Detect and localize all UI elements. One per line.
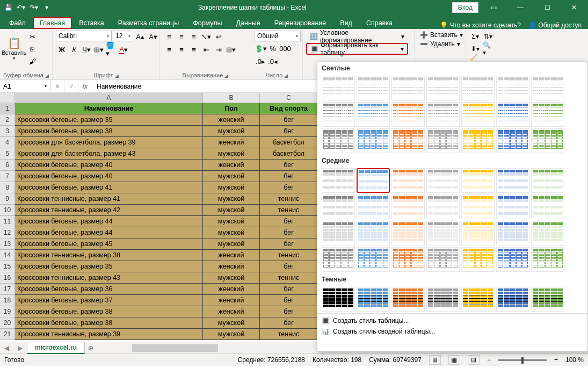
header-name[interactable]: Наименование (15, 103, 203, 114)
align-top-icon[interactable]: ≡ (163, 31, 175, 42)
table-style-swatch[interactable] (391, 102, 425, 127)
cell[interactable]: бег (260, 295, 318, 306)
row-header[interactable]: 7 (0, 171, 15, 182)
cell[interactable]: Кроссовки беговые, размер 35 (15, 261, 203, 272)
row-header[interactable]: 4 (0, 137, 15, 148)
table-style-swatch[interactable] (496, 287, 529, 312)
cell[interactable]: Кроссовки беговые, размер 41 (15, 182, 203, 193)
table-style-swatch[interactable] (391, 194, 425, 219)
cell[interactable]: бег (260, 261, 318, 272)
insert-cells-button[interactable]: ➕Вставить ▾ (418, 31, 465, 39)
row-header[interactable]: 15 (0, 261, 15, 272)
align-left-icon[interactable]: ≡ (163, 44, 175, 55)
cell[interactable]: теннис (260, 205, 318, 216)
cell[interactable]: мужской (203, 193, 260, 205)
header-sport[interactable]: Вид спорта (260, 103, 318, 114)
enter-formula-icon[interactable]: ✓ (64, 80, 78, 92)
minimize-icon[interactable]: — (509, 0, 532, 15)
undo-icon[interactable]: ↶▾ (15, 2, 27, 13)
col-header-b[interactable]: B (203, 93, 260, 103)
table-style-swatch[interactable] (531, 221, 564, 245)
table-style-swatch[interactable] (426, 168, 460, 193)
cell[interactable]: женский (203, 306, 260, 317)
tab-review[interactable]: Рецензирование (267, 17, 333, 29)
cell[interactable]: Кроссовки теннисные, размер 43 (15, 272, 203, 284)
table-style-swatch[interactable] (357, 128, 390, 153)
cell[interactable]: мужской (203, 272, 260, 284)
paste-button[interactable]: 📋Вставить▾ (3, 31, 25, 66)
sort-filter-icon[interactable]: ⇅▾ (482, 31, 494, 42)
select-all-corner[interactable] (0, 93, 15, 103)
table-style-swatch[interactable] (531, 102, 564, 127)
increase-font-icon[interactable]: A▴ (134, 31, 146, 42)
underline-icon[interactable]: Ч▾ (81, 44, 92, 55)
table-style-swatch[interactable] (531, 168, 564, 193)
cell[interactable]: Кроссовки теннисные, размер 39 (15, 329, 203, 340)
cell[interactable]: Кроссовки беговые, размер 38 (15, 317, 203, 329)
cell[interactable]: Кроссовки беговые, размер 44 (15, 216, 203, 227)
conditional-formatting-button[interactable]: 🔢Условное форматирование ▾ (306, 31, 408, 42)
cell[interactable]: женский (203, 114, 260, 126)
format-as-table-button[interactable]: 🔳Форматировать как таблицу ▾ (306, 43, 408, 55)
cell[interactable]: теннис (260, 329, 318, 340)
table-style-swatch[interactable] (357, 76, 390, 100)
table-style-swatch[interactable] (461, 221, 495, 245)
fill-color-icon[interactable]: 🪣▾ (105, 44, 117, 55)
ribbon-options-icon[interactable]: ▭ (482, 0, 505, 15)
cell[interactable]: бег (260, 317, 318, 329)
table-style-swatch[interactable] (461, 102, 495, 127)
cell[interactable]: женский (203, 261, 260, 272)
cell[interactable]: Кроссовки для баскетбола, размер 39 (15, 137, 203, 148)
zoom-out-icon[interactable]: − (487, 356, 491, 364)
header-gender[interactable]: Пол (203, 103, 260, 114)
cell[interactable]: Кроссовки теннисные, размер 42 (15, 205, 203, 216)
cell[interactable]: теннис (260, 272, 318, 284)
cell[interactable]: баскетбол (260, 137, 318, 148)
table-style-swatch[interactable] (357, 287, 390, 312)
row-header[interactable]: 14 (0, 250, 15, 261)
cell[interactable]: бег (260, 216, 318, 227)
name-box[interactable]: A1▾ (0, 80, 50, 92)
table-style-swatch[interactable] (496, 128, 529, 153)
copy-icon[interactable]: ⎘ (26, 43, 38, 55)
table-style-swatch[interactable] (461, 247, 495, 272)
table-style-swatch[interactable] (391, 287, 425, 312)
col-header-a[interactable]: A (15, 93, 203, 103)
row-header[interactable]: 9 (0, 193, 15, 205)
table-style-swatch[interactable] (461, 287, 495, 312)
close-icon[interactable]: ✕ (562, 0, 586, 15)
zoom-slider[interactable] (498, 359, 547, 361)
table-style-swatch[interactable] (357, 221, 390, 245)
font-size-combo[interactable]: 12▾ (113, 31, 133, 41)
cell[interactable]: мужской (203, 239, 260, 250)
cell[interactable]: Кроссовки теннисные, размер 41 (15, 193, 203, 205)
cell[interactable]: Кроссовки беговые, размер 40 (15, 171, 203, 182)
table-style-swatch[interactable] (426, 194, 460, 219)
find-icon[interactable]: 🔍▾ (482, 43, 494, 55)
cell[interactable]: Кроссовки беговые, размер 38 (15, 126, 203, 137)
table-style-swatch[interactable] (426, 102, 460, 127)
table-style-swatch[interactable] (531, 287, 564, 312)
cell[interactable]: бег (260, 239, 318, 250)
autosum-icon[interactable]: Σ▾ (469, 31, 481, 42)
fx-icon[interactable]: fx (78, 80, 92, 92)
percent-icon[interactable]: % (267, 42, 279, 54)
table-style-swatch[interactable] (391, 247, 425, 272)
cell[interactable]: мужской (203, 148, 260, 160)
table-style-swatch[interactable] (357, 102, 390, 127)
redo-icon[interactable]: ↷▾ (28, 2, 40, 13)
cell[interactable]: мужской (203, 227, 260, 239)
align-middle-icon[interactable]: ≡ (176, 31, 187, 42)
dec-decimal-icon[interactable]: .0◂ (267, 55, 279, 67)
number-format-combo[interactable]: Общий▾ (255, 31, 301, 41)
new-pivot-style[interactable]: 📊 Создать стиль сводной таблицы... (322, 328, 583, 335)
row-header[interactable]: 3 (0, 126, 15, 137)
indent-dec-icon[interactable]: ⇤ (200, 44, 212, 55)
row-header[interactable]: 5 (0, 148, 15, 160)
cell[interactable]: бег (260, 284, 318, 295)
row-header[interactable]: 17 (0, 284, 15, 295)
cancel-formula-icon[interactable]: ✕ (50, 80, 64, 92)
table-style-swatch[interactable] (322, 168, 355, 193)
table-style-swatch[interactable] (322, 194, 355, 219)
zoom-in-icon[interactable]: + (554, 356, 558, 364)
